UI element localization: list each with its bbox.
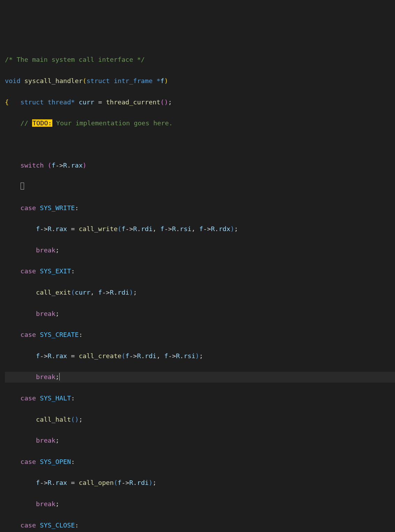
function-call: call_open	[79, 479, 114, 486]
comment-slashes: //	[21, 119, 32, 127]
keyword-case: case	[21, 267, 36, 275]
member: rax	[71, 162, 82, 169]
code-editor[interactable]: /* The main system call interface */ voi…	[5, 44, 395, 532]
enum-constant: SYS_CREATE	[40, 331, 79, 338]
variable-name: curr	[79, 98, 95, 106]
comment-text: Your implementation goes here.	[52, 119, 173, 127]
code-line: case SYS_WRITE:	[5, 203, 395, 213]
code-line: case SYS_CREATE:	[5, 330, 395, 340]
keyword-break: break	[36, 310, 55, 317]
assign-op: =	[67, 225, 79, 232]
pointer-star: *	[156, 77, 160, 84]
bracket-highlight-icon	[21, 183, 24, 190]
keyword-void: void	[5, 77, 21, 84]
code-line: call_halt();	[5, 414, 395, 425]
code-line: case SYS_HALT:	[5, 393, 395, 404]
member: R	[63, 162, 67, 169]
code-line-current: break;	[5, 372, 395, 382]
keyword-switch: switch	[21, 162, 44, 169]
type-name: thread	[48, 98, 71, 106]
function-name: syscall_handler	[24, 77, 83, 84]
keyword-break: break	[36, 437, 55, 444]
code-line: case SYS_CLOSE:	[5, 520, 395, 531]
keyword-case: case	[21, 204, 36, 212]
keyword-struct: struct	[21, 98, 44, 106]
comment: /* The main system call interface */	[5, 56, 145, 63]
keyword-case: case	[21, 394, 36, 402]
keyword-struct: struct	[87, 77, 110, 84]
code-line: /* The main system call interface */	[5, 54, 395, 65]
code-line	[5, 139, 395, 150]
code-line: f->R.rax = call_open(f->R.rdi);	[5, 478, 395, 488]
keyword-case: case	[21, 522, 36, 529]
keyword-case: case	[21, 331, 36, 338]
function-call: call_create	[79, 352, 122, 360]
keyword-break: break	[36, 246, 55, 254]
assign-op: =	[67, 352, 79, 360]
code-line: void syscall_handler(struct intr_frame *…	[5, 76, 395, 86]
function-call: call_write	[79, 225, 118, 232]
assign-op: =	[94, 98, 106, 106]
code-line: { struct thread* curr = thread_current()…	[5, 97, 395, 108]
code-line: f->R.rax = call_create(f->R.rdi, f->R.rs…	[5, 351, 395, 361]
code-line: f->R.rax = call_write(f->R.rdi, f->R.rsi…	[5, 224, 395, 234]
assign-op: =	[67, 479, 79, 486]
code-line: break;	[5, 245, 395, 256]
enum-constant: SYS_CLOSE	[40, 522, 75, 529]
code-line: case SYS_OPEN:	[5, 457, 395, 467]
enum-constant: SYS_WRITE	[40, 204, 75, 212]
code-line	[5, 182, 395, 192]
enum-constant: SYS_OPEN	[40, 458, 71, 465]
text-cursor-icon	[59, 373, 60, 380]
code-line: // TODO: Your implementation goes here.	[5, 118, 395, 128]
keyword-break: break	[36, 500, 55, 508]
enum-constant: SYS_EXIT	[40, 267, 71, 275]
keyword-case: case	[21, 458, 36, 465]
function-call: thread_current	[106, 98, 161, 106]
code-line: call_exit(curr, f->R.rdi);	[5, 287, 395, 298]
keyword-break: break	[36, 373, 55, 380]
type-name: intr_frame	[114, 77, 152, 84]
var: f	[52, 162, 55, 169]
todo-tag: TODO:	[32, 119, 52, 127]
code-line: break;	[5, 309, 395, 319]
var: curr	[75, 289, 91, 296]
enum-constant: SYS_HALT	[40, 394, 71, 402]
arrow-op: ->	[55, 162, 63, 169]
code-line: switch (f->R.rax)	[5, 160, 395, 171]
semicolon: ;	[168, 98, 172, 106]
code-line: break;	[5, 435, 395, 446]
pointer-star: *	[71, 98, 75, 106]
code-line: case SYS_EXIT:	[5, 266, 395, 276]
param-name: f	[161, 77, 164, 84]
parens: ()	[161, 98, 168, 106]
code-line: break;	[5, 499, 395, 509]
dot-op: .	[67, 162, 71, 169]
function-call: call_exit	[36, 289, 71, 296]
function-call: call_halt	[36, 416, 71, 423]
